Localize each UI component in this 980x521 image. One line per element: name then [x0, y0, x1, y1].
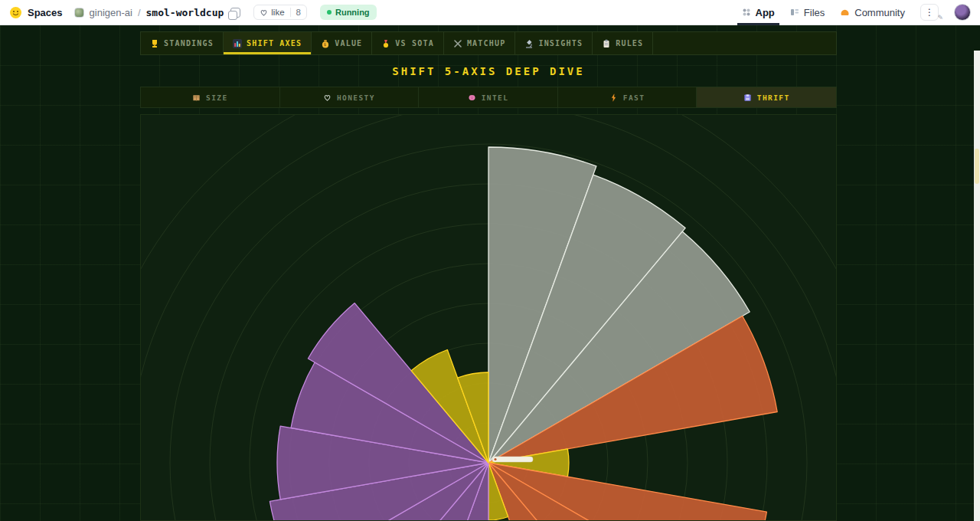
- tab-vs-sota-label: VS SOTA: [395, 39, 434, 48]
- subtab-honesty-label: HONESTY: [337, 93, 375, 102]
- app-icon: [742, 8, 751, 17]
- spaces-brand[interactable]: Spaces: [28, 7, 63, 18]
- clipboard-icon: [602, 39, 611, 48]
- heart-icon: [260, 8, 268, 17]
- tab-insights[interactable]: INSIGHTS: [515, 32, 593, 54]
- tab-standings[interactable]: STANDINGS: [141, 32, 224, 54]
- svg-text:$: $: [324, 42, 328, 47]
- running-dot-icon: [327, 10, 332, 15]
- like-label: like: [271, 8, 284, 17]
- tab-files[interactable]: Files: [790, 0, 825, 25]
- bar-chart-icon: [233, 39, 242, 48]
- org-link[interactable]: ginigen-ai: [90, 7, 132, 18]
- scrollbar-track[interactable]: [974, 51, 980, 521]
- org-avatar[interactable]: [74, 8, 84, 18]
- subtab-honesty[interactable]: HONESTY: [280, 87, 420, 107]
- brain-icon: [468, 93, 476, 102]
- like-count[interactable]: 8: [290, 8, 306, 17]
- app-area: STANDINGS SHIFT AXES $ VALUE: [0, 25, 980, 521]
- tab-matchup[interactable]: MATCHUP: [444, 32, 516, 54]
- tab-insights-label: INSIGHTS: [538, 39, 583, 48]
- copy-icon[interactable]: [230, 8, 240, 18]
- hf-header: Spaces ginigen-ai / smol-worldcup like 8…: [0, 0, 980, 25]
- link-icon: ✎: [937, 14, 943, 21]
- money-bag-icon: $: [321, 39, 330, 48]
- tab-app[interactable]: App: [742, 0, 775, 25]
- tooltip-marker: [494, 458, 496, 460]
- kebab-menu-button[interactable]: ⋮ ✎: [920, 4, 939, 21]
- main-tabbar: STANDINGS SHIFT AXES $ VALUE: [140, 31, 837, 55]
- subtab-size-label: SIZE: [206, 93, 227, 102]
- crossed-swords-icon: [453, 39, 462, 48]
- community-icon: [840, 8, 850, 18]
- running-status-badge: Running: [320, 5, 377, 20]
- rose-chart[interactable]: [141, 115, 836, 520]
- tab-value[interactable]: $ VALUE: [312, 32, 372, 54]
- tab-community[interactable]: Community: [840, 0, 905, 25]
- subtab-intel[interactable]: INTEL: [419, 87, 558, 107]
- tab-standings-label: STANDINGS: [164, 39, 214, 48]
- tab-shift-axes[interactable]: SHIFT AXES: [224, 32, 312, 54]
- subtab-fast[interactable]: FAST: [558, 87, 697, 107]
- tab-value-label: VALUE: [335, 39, 362, 48]
- subtab-thrift[interactable]: THRIFT: [697, 87, 836, 107]
- tab-community-label: Community: [854, 7, 905, 18]
- tab-rules-label: RULES: [616, 39, 643, 48]
- user-avatar[interactable]: [954, 4, 971, 21]
- page-title: SHIFT 5-AXIS DEEP DIVE: [140, 65, 837, 77]
- chart-panel: [140, 114, 837, 521]
- trophy-icon: [150, 39, 159, 48]
- like-widget[interactable]: like 8: [253, 5, 307, 20]
- package-icon: [192, 93, 201, 102]
- subtab-intel-label: INTEL: [482, 93, 509, 102]
- running-label: Running: [335, 8, 370, 17]
- lightning-icon: [609, 93, 618, 102]
- microscope-icon: [524, 39, 534, 48]
- medal-icon: [381, 39, 390, 48]
- heart-outline-icon: [323, 93, 332, 102]
- repo-link[interactable]: smol-worldcup: [146, 7, 224, 18]
- subtab-size[interactable]: SIZE: [141, 87, 280, 107]
- tab-app-label: App: [756, 7, 775, 18]
- tab-rules[interactable]: RULES: [593, 32, 653, 54]
- metric-subtabs: SIZE HONESTY INTEL FAST: [140, 87, 837, 108]
- files-icon: [790, 8, 799, 17]
- path-separator: /: [138, 7, 141, 18]
- kebab-icon: ⋮: [925, 7, 934, 18]
- huggingface-logo-icon: [9, 6, 22, 19]
- scrollbar-thumb[interactable]: [975, 149, 979, 184]
- hover-tooltip: [492, 457, 533, 462]
- tab-vs-sota[interactable]: VS SOTA: [372, 32, 444, 54]
- tab-matchup-label: MATCHUP: [467, 39, 506, 48]
- floppy-disk-icon: [743, 93, 752, 102]
- subtab-fast-label: FAST: [623, 93, 645, 102]
- tab-shift-axes-label: SHIFT AXES: [247, 39, 302, 48]
- tab-files-label: Files: [804, 7, 825, 18]
- subtab-thrift-label: THRIFT: [757, 93, 790, 102]
